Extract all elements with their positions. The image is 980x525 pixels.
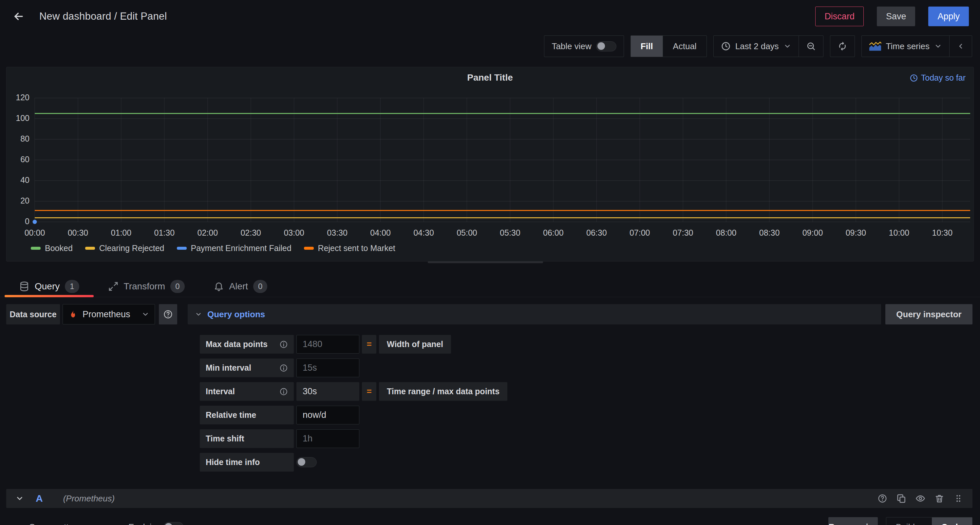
query-patterns-dropdown[interactable]: Query patterns — [29, 522, 107, 525]
tab-label: Transform — [124, 281, 165, 292]
trash-icon[interactable] — [934, 493, 944, 503]
datasource-label: Data source — [6, 304, 60, 324]
tab-transform[interactable]: Transform0 — [94, 276, 199, 297]
collapse-query-icon[interactable] — [15, 494, 24, 503]
svg-text:03:00: 03:00 — [284, 228, 304, 237]
eye-icon[interactable] — [915, 493, 925, 503]
svg-text:08:00: 08:00 — [716, 228, 737, 237]
explain-label: Explain — [128, 522, 156, 525]
svg-text:00:00: 00:00 — [25, 228, 45, 237]
refresh-group — [830, 35, 855, 57]
code-option[interactable]: Code — [932, 517, 972, 525]
grip-icon[interactable] — [953, 493, 963, 503]
query-footer-row: Query patterns Explain Run queries Build… — [29, 517, 972, 525]
legend-item[interactable]: Clearing Rejected — [85, 244, 164, 253]
option-label: Max data points — [200, 335, 294, 354]
tab-alert[interactable]: Alert0 — [199, 276, 282, 297]
top-navbar: New dashboard / Edit Panel Discard Save … — [0, 0, 980, 33]
time-series-chart[interactable]: 02040608010012000:0000:3001:0001:3002:00… — [10, 91, 970, 248]
table-view-toggle[interactable] — [596, 41, 616, 51]
fill-option[interactable]: Fill — [631, 36, 663, 57]
query-options-header[interactable]: Query options — [188, 304, 881, 324]
apply-button[interactable]: Apply — [928, 6, 969, 26]
legend-swatch — [31, 247, 41, 250]
legend-swatch — [85, 247, 95, 250]
svg-text:10:30: 10:30 — [932, 228, 953, 237]
option-row: Max data points1480=Width of panel — [200, 335, 508, 354]
table-view-toggle-row: Table view — [544, 36, 623, 57]
query-actions — [878, 493, 963, 503]
info-icon[interactable] — [279, 340, 288, 349]
option-row: Hide time info — [200, 453, 508, 472]
chevron-down-icon — [100, 523, 107, 525]
builder-code-group: Builder Code — [886, 517, 972, 525]
svg-text:01:30: 01:30 — [154, 228, 175, 237]
legend-item[interactable]: Payment Enrichment Failed — [177, 244, 291, 253]
datasource-select[interactable]: Prometheus — [62, 304, 155, 324]
tab-count-badge: 1 — [65, 280, 79, 293]
tab-query[interactable]: Query1 — [5, 276, 94, 297]
builder-option[interactable]: Builder — [886, 517, 932, 525]
database-icon — [19, 281, 29, 292]
chevron-down-icon — [142, 310, 150, 318]
query-patterns-label: Query patterns — [29, 522, 85, 525]
svg-text:06:30: 06:30 — [586, 228, 607, 237]
option-note: Width of panel — [379, 335, 451, 354]
viz-label: Time series — [886, 41, 929, 51]
refresh-icon — [837, 41, 847, 51]
legend-item[interactable]: Reject sent to Market — [304, 244, 395, 253]
help-icon — [163, 310, 173, 319]
legend-label: Payment Enrichment Failed — [191, 244, 291, 253]
svg-text:05:30: 05:30 — [500, 228, 520, 237]
option-label: Time shift — [200, 429, 294, 448]
option-input[interactable]: 15s — [296, 359, 359, 377]
svg-text:10:00: 10:00 — [889, 228, 910, 237]
svg-text:04:30: 04:30 — [414, 228, 434, 237]
time-range-picker[interactable]: Last 2 days — [714, 36, 799, 57]
copy-icon[interactable] — [896, 493, 906, 503]
save-button[interactable]: Save — [877, 6, 915, 26]
actual-option[interactable]: Actual — [663, 36, 706, 57]
collapse-options-button[interactable] — [949, 36, 972, 57]
viz-picker[interactable]: Time series — [862, 36, 949, 57]
hide-time-info-toggle[interactable] — [296, 457, 317, 467]
option-input[interactable]: 1480 — [296, 335, 359, 354]
back-arrow-icon[interactable] — [13, 10, 25, 22]
option-label: Relative time — [200, 406, 294, 424]
svg-text:20: 20 — [20, 196, 29, 205]
tab-count-badge: 0 — [253, 280, 267, 293]
svg-text:01:00: 01:00 — [111, 228, 132, 237]
discard-button[interactable]: Discard — [815, 6, 864, 26]
chevron-down-icon — [195, 311, 202, 318]
svg-text:05:00: 05:00 — [457, 228, 477, 237]
query-inspector-button[interactable]: Query inspector — [885, 304, 972, 324]
option-input[interactable]: now/d — [296, 406, 359, 424]
svg-text:02:00: 02:00 — [197, 228, 218, 237]
option-input[interactable]: 1h — [296, 429, 359, 448]
option-row: Relative timenow/d — [200, 406, 508, 424]
legend-swatch — [304, 247, 314, 250]
svg-text:04:00: 04:00 — [370, 228, 391, 237]
zoom-out-button[interactable] — [799, 36, 823, 57]
table-view-label: Table view — [552, 41, 591, 51]
editor-tabs: Query1Transform0Alert0 — [0, 276, 980, 297]
option-input[interactable]: 30s — [296, 382, 359, 401]
legend-item[interactable]: Booked — [31, 244, 73, 253]
option-label: Hide time info — [200, 453, 294, 472]
svg-text:60: 60 — [20, 155, 29, 164]
help-circle-icon[interactable] — [878, 493, 887, 503]
query-ref-id[interactable]: A — [36, 493, 43, 504]
explain-toggle[interactable] — [164, 522, 184, 525]
svg-text:03:30: 03:30 — [327, 228, 347, 237]
info-icon[interactable] — [279, 387, 288, 396]
refresh-button[interactable] — [830, 36, 854, 57]
datasource-help-button[interactable] — [159, 304, 177, 324]
zoom-out-icon — [806, 41, 816, 51]
info-icon[interactable] — [279, 364, 288, 372]
svg-text:07:00: 07:00 — [630, 228, 650, 237]
panel-resize-handle[interactable] — [428, 261, 543, 263]
svg-text:02:30: 02:30 — [240, 228, 261, 237]
time-note-link[interactable]: Today so far — [910, 73, 966, 83]
chevron-down-icon — [934, 42, 942, 50]
run-queries-button[interactable]: Run queries — [828, 517, 878, 525]
